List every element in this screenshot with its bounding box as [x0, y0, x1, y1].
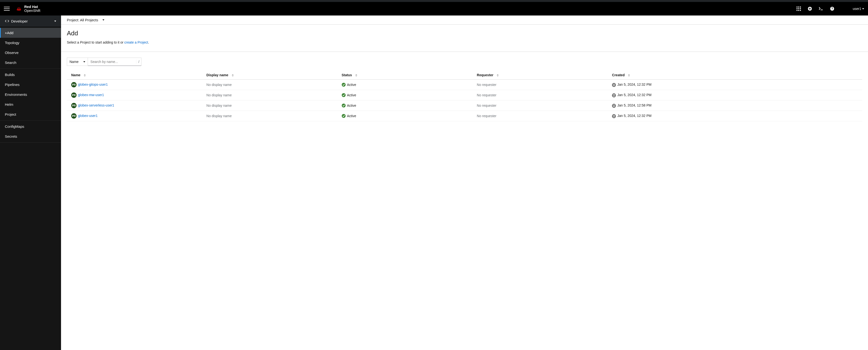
svg-text:?: ? [831, 7, 833, 10]
column-header-status[interactable]: Status [337, 71, 472, 79]
status-cell: Active [342, 83, 471, 87]
globe-icon [612, 104, 616, 108]
requester-cell: No requester [472, 79, 608, 90]
column-header-name[interactable]: Name [67, 71, 202, 79]
sort-icon [84, 74, 86, 76]
svg-rect-6 [798, 8, 799, 9]
project-link[interactable]: globex-mw-user1 [78, 93, 104, 97]
user-menu[interactable]: user1 [853, 7, 864, 11]
table-row: PRglobex-mw-user1No display nameActiveNo… [67, 90, 862, 100]
sort-icon [628, 74, 630, 76]
svg-rect-13 [809, 8, 811, 9]
svg-rect-4 [800, 6, 801, 7]
sidebar-item-environments[interactable]: Environments [0, 90, 61, 99]
svg-rect-9 [798, 10, 799, 11]
created-cell: Jan 5, 2024, 12:58 PM [608, 100, 862, 111]
column-header-requester[interactable]: Requester [472, 71, 608, 79]
chevron-down-icon [83, 61, 85, 62]
display-name-cell: No display name [202, 100, 337, 111]
globe-icon [612, 114, 616, 118]
sidebar-item-observe[interactable]: Observe [0, 48, 61, 58]
check-circle-icon [342, 114, 346, 118]
sidebar-item-configmaps[interactable]: ConfigMaps [0, 122, 61, 131]
masthead: Red Hat OpenShift ? user1 [0, 2, 868, 15]
table-row: PRglobex-serverless-user1No display name… [67, 100, 862, 111]
requester-cell: No requester [472, 100, 608, 111]
perspective-label: Developer [11, 19, 52, 23]
column-header-created[interactable]: Created [608, 71, 862, 79]
svg-rect-7 [800, 8, 801, 9]
terminal-icon[interactable] [819, 6, 823, 11]
chevron-down-icon [102, 19, 104, 21]
main-content: Project: All Projects Add Select a Proje… [61, 15, 868, 350]
sort-icon [497, 74, 499, 76]
sidebar-item-builds[interactable]: Builds [0, 70, 61, 79]
perspective-switcher[interactable]: Developer [0, 15, 61, 27]
create-project-link[interactable]: create a Project [124, 40, 148, 44]
brand-logo[interactable]: Red Hat OpenShift [16, 5, 40, 12]
sidebar-item-project[interactable]: Project [0, 109, 61, 119]
project-badge: PR [71, 103, 76, 108]
created-cell: Jan 5, 2024, 12:32 PM [608, 111, 862, 121]
sidebar-item-search[interactable]: Search [0, 58, 61, 67]
svg-rect-8 [797, 10, 798, 11]
sidebar-item-topology[interactable]: Topology [0, 38, 61, 48]
status-cell: Active [342, 114, 471, 118]
chevron-down-icon [862, 8, 864, 9]
svg-rect-3 [798, 6, 799, 7]
sidebar-item-add[interactable]: +Add [0, 28, 61, 38]
created-cell: Jan 5, 2024, 12:32 PM [608, 90, 862, 100]
filter-attribute-dropdown[interactable]: Name [67, 58, 88, 66]
page-description: Select a Project to start adding to it o… [67, 40, 862, 44]
redhat-fedora-icon [16, 6, 22, 11]
table-row: PRglobex-user1No display nameActiveNo re… [67, 111, 862, 121]
search-input-wrap: / [88, 58, 142, 66]
column-header-display[interactable]: Display name [202, 71, 337, 79]
user-name: user1 [853, 7, 861, 11]
import-add-icon[interactable] [808, 6, 812, 11]
created-cell: Jan 5, 2024, 12:32 PM [608, 79, 862, 90]
svg-rect-10 [800, 10, 801, 11]
help-icon[interactable]: ? [830, 6, 834, 11]
page-title: Add [67, 30, 862, 37]
project-badge: PR [71, 92, 76, 98]
check-circle-icon [342, 93, 346, 97]
status-cell: Active [342, 104, 471, 107]
sidebar-item-secrets[interactable]: Secrets [0, 131, 61, 141]
requester-cell: No requester [472, 111, 608, 121]
requester-cell: No requester [472, 90, 608, 100]
sidebar-item-helm[interactable]: Helm [0, 99, 61, 109]
display-name-cell: No display name [202, 111, 337, 121]
app-launcher-icon[interactable] [797, 6, 801, 11]
project-selector[interactable]: Project: All Projects [61, 15, 868, 25]
project-badge: PR [71, 82, 76, 87]
project-badge: PR [71, 113, 76, 119]
status-cell: Active [342, 93, 471, 97]
check-circle-icon [342, 104, 346, 107]
search-input[interactable] [88, 58, 136, 66]
chevron-down-icon [54, 21, 56, 22]
sort-icon [355, 74, 357, 76]
svg-rect-14 [820, 10, 823, 10]
brand-line2: OpenShift [24, 9, 40, 12]
project-link[interactable]: globex-gitops-user1 [78, 83, 108, 87]
globe-icon [612, 93, 616, 97]
project-label: Project: All Projects [67, 18, 98, 22]
nav-toggle-button[interactable] [4, 6, 10, 11]
project-link[interactable]: globex-serverless-user1 [78, 103, 114, 107]
search-shortcut-hint: / [136, 60, 141, 64]
brand-line1: Red Hat [24, 5, 40, 9]
sidebar-item-pipelines[interactable]: Pipelines [0, 79, 61, 90]
svg-rect-2 [797, 6, 798, 7]
globe-icon [612, 83, 616, 87]
filter-attribute-label: Name [69, 60, 79, 64]
sort-icon [232, 74, 234, 76]
display-name-cell: No display name [202, 79, 337, 90]
svg-rect-5 [797, 8, 798, 9]
table-row: PRglobex-gitops-user1No display nameActi… [67, 79, 862, 90]
display-name-cell: No display name [202, 90, 337, 100]
project-link[interactable]: globex-user1 [78, 114, 98, 118]
filter-toolbar: Name / [61, 52, 868, 68]
sidebar: Developer +AddTopologyObserveSearchBuild… [0, 15, 61, 350]
check-circle-icon [342, 83, 346, 87]
